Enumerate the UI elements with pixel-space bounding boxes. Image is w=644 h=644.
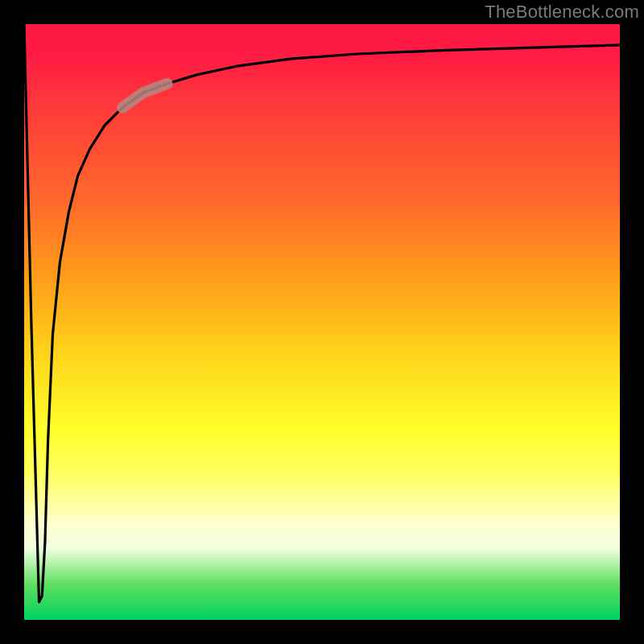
- plot-area: [24, 24, 620, 620]
- curve-svg: [24, 24, 620, 620]
- highlight-segment: [122, 84, 167, 108]
- main-curve: [24, 24, 620, 602]
- chart-frame: TheBottleneck.com: [0, 0, 644, 644]
- watermark-text: TheBottleneck.com: [485, 2, 639, 23]
